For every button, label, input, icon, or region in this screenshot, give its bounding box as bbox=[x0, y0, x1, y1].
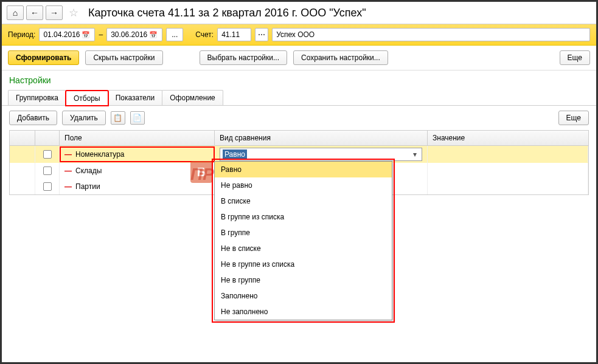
dropdown-option[interactable]: Не равно bbox=[215, 177, 392, 193]
compare-dropdown-list: Равно Не равно В списке В группе из спис… bbox=[214, 161, 392, 320]
period-picker-button[interactable]: ... bbox=[166, 28, 183, 41]
organization-input[interactable]: Успех ООО bbox=[272, 28, 590, 41]
action-bar: Сформировать Скрыть настройки Выбрать на… bbox=[2, 46, 596, 70]
forward-button[interactable]: → bbox=[46, 5, 63, 20]
more-button[interactable]: Еще bbox=[560, 50, 590, 65]
dropdown-option[interactable]: В группе bbox=[215, 225, 392, 241]
hide-settings-button[interactable]: Скрыть настройки bbox=[85, 50, 162, 65]
minus-icon: — bbox=[64, 182, 72, 191]
calendar-icon[interactable]: 📅 bbox=[81, 30, 91, 39]
tab-grouping[interactable]: Группировка bbox=[8, 90, 66, 105]
account-input[interactable]: 41.11 bbox=[217, 28, 251, 41]
header-compare[interactable]: Вид сравнения bbox=[215, 131, 428, 145]
choose-settings-button[interactable]: Выбрать настройки... bbox=[200, 50, 287, 65]
watermark-logo: Б bbox=[190, 161, 212, 183]
delete-button[interactable]: Удалить bbox=[62, 111, 106, 125]
account-label: Счет: bbox=[195, 30, 214, 39]
period-dash: – bbox=[99, 30, 103, 39]
field-cell: Номенклатура bbox=[75, 150, 125, 159]
settings-heading: Настройки bbox=[2, 70, 596, 90]
dropdown-option[interactable]: Не в группе bbox=[215, 272, 392, 288]
dropdown-option[interactable]: Не в списке bbox=[215, 241, 392, 256]
filter-bar: Период: 01.04.2016📅 – 30.06.2016📅 ... Сч… bbox=[2, 24, 596, 46]
header-field[interactable]: Поле bbox=[60, 131, 215, 145]
dropdown-option[interactable]: В списке bbox=[215, 193, 392, 209]
compare-dropdown[interactable]: Равно ▾ bbox=[220, 148, 422, 161]
dropdown-option[interactable]: Равно bbox=[215, 162, 392, 177]
period-to-input[interactable]: 30.06.2016📅 bbox=[106, 28, 162, 41]
header-value[interactable]: Значение bbox=[428, 131, 588, 145]
row-checkbox[interactable] bbox=[43, 167, 52, 175]
field-cell: Партии bbox=[75, 182, 100, 191]
calendar-icon[interactable]: 📅 bbox=[148, 30, 158, 39]
minus-icon: — bbox=[64, 150, 72, 159]
grid-toolbar: Добавить Удалить 📋 📄 Еще bbox=[2, 106, 596, 130]
toolbar-icon-2[interactable]: 📄 bbox=[130, 111, 145, 125]
chevron-down-icon[interactable]: ▾ bbox=[411, 150, 419, 159]
tab-indicators[interactable]: Показатели bbox=[108, 90, 163, 105]
page-title: Карточка счета 41.11 за 2 квартал 2016 г… bbox=[88, 7, 366, 19]
tabs-bar: Группировка Отборы Показатели Оформление bbox=[2, 90, 596, 106]
minus-icon: — bbox=[64, 167, 72, 175]
add-button[interactable]: Добавить bbox=[9, 111, 57, 125]
more-button-2[interactable]: Еще bbox=[558, 111, 589, 125]
form-button[interactable]: Сформировать bbox=[8, 50, 79, 65]
favorite-icon[interactable]: ☆ bbox=[69, 6, 78, 19]
tab-design[interactable]: Оформление bbox=[162, 90, 223, 105]
period-label: Период: bbox=[8, 30, 35, 39]
field-cell: Склады bbox=[75, 167, 102, 175]
dropdown-option[interactable]: Не заполнено bbox=[215, 304, 392, 320]
home-button[interactable]: ⌂ bbox=[7, 5, 24, 20]
dropdown-option[interactable]: Заполнено bbox=[215, 288, 392, 304]
table-row[interactable]: —Номенклатура Равно ▾ Равно Не равно В с… bbox=[10, 146, 588, 163]
back-button[interactable]: ← bbox=[26, 5, 43, 20]
grid-header: Поле Вид сравнения Значение bbox=[9, 130, 589, 146]
row-checkbox[interactable] bbox=[43, 182, 52, 191]
period-from-input[interactable]: 01.04.2016📅 bbox=[39, 28, 95, 41]
top-nav-bar: ⌂ ← → ☆ Карточка счета 41.11 за 2 кварта… bbox=[2, 2, 596, 24]
toolbar-icon-1[interactable]: 📋 bbox=[111, 111, 125, 125]
dropdown-option[interactable]: В группе из списка bbox=[215, 209, 392, 225]
filter-grid: Поле Вид сравнения Значение —Номенклатур… bbox=[9, 130, 589, 195]
row-checkbox[interactable] bbox=[43, 150, 52, 159]
save-settings-button[interactable]: Сохранить настройки... bbox=[293, 50, 388, 65]
account-picker-button[interactable]: ⋯ bbox=[255, 28, 268, 41]
tab-filters[interactable]: Отборы bbox=[66, 91, 108, 106]
dropdown-option[interactable]: Не в группе из списка bbox=[215, 256, 392, 272]
